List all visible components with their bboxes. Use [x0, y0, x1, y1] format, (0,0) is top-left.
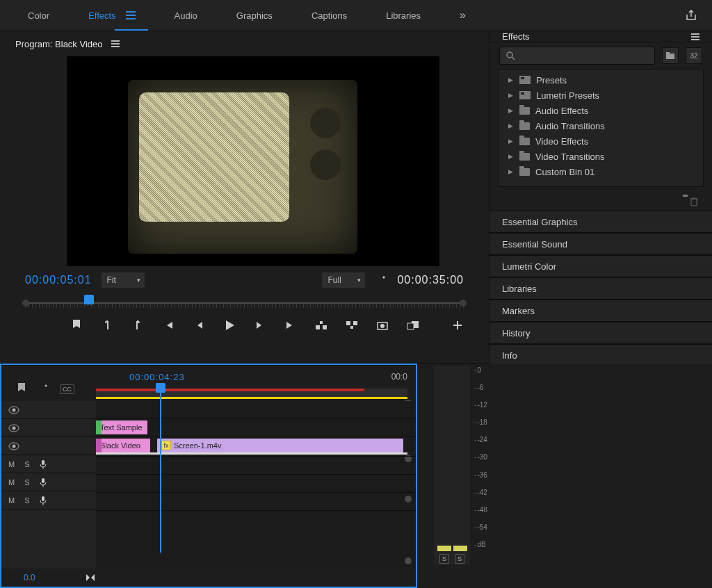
video-track-lane[interactable]: Black VideofxScreen-1.m4v — [96, 437, 416, 457]
timeline-ruler[interactable]: 00:00:04:23 00:0 — [96, 365, 416, 401]
video-track-header[interactable] — [1, 437, 96, 455]
clip[interactable]: Text Sample — [96, 420, 147, 434]
db-tick: -36 — [474, 471, 487, 479]
extract-icon[interactable] — [346, 319, 358, 332]
audio-track-header[interactable]: MS — [1, 473, 96, 491]
timeline-end-tc: 00:0 — [391, 372, 407, 382]
tab-graphics[interactable]: Graphics — [236, 10, 273, 21]
effects-category[interactable]: ▶ Audio Effects — [508, 103, 696, 118]
comparison-view-icon[interactable] — [407, 319, 419, 332]
audio-track-lane[interactable] — [96, 493, 416, 511]
clip-label: Text Sample — [100, 423, 143, 432]
export-icon[interactable] — [684, 8, 698, 22]
lift-icon[interactable] — [315, 319, 327, 332]
accordion-history[interactable]: History — [490, 322, 712, 344]
effects-category[interactable]: ▶ Audio Transitions — [508, 118, 696, 133]
effects-search-input[interactable] — [499, 47, 655, 65]
tab-effects-menu-icon[interactable] — [126, 11, 136, 19]
play-icon[interactable] — [223, 319, 236, 332]
zoom-level[interactable]: 0.0 — [8, 573, 35, 582]
mute-button[interactable]: M — [8, 478, 15, 487]
program-preview[interactable] — [67, 56, 439, 266]
new-bin-icon[interactable] — [662, 47, 679, 64]
add-marker-icon[interactable] — [70, 319, 83, 332]
folder-icon — [519, 168, 530, 176]
accordion-markers[interactable]: Markers — [490, 300, 712, 322]
mark-out-icon[interactable] — [131, 319, 144, 332]
tab-libraries[interactable]: Libraries — [386, 10, 421, 21]
tab-audio[interactable]: Audio — [175, 10, 197, 21]
wrench-tool-icon[interactable] — [38, 383, 49, 394]
mic-icon[interactable] — [40, 496, 47, 505]
effects-category[interactable]: ▶ Custom Bin 01 — [508, 164, 696, 179]
video-track-header[interactable] — [1, 419, 96, 437]
effects-category[interactable]: ▶ Video Transitions — [508, 149, 696, 164]
program-scrubber[interactable] — [25, 297, 464, 309]
accordion-essential-graphics[interactable]: Essential Graphics — [490, 211, 712, 233]
delete-icon[interactable] — [690, 197, 698, 206]
solo-l-button[interactable]: S — [439, 554, 449, 564]
audio-track-lane[interactable] — [96, 475, 416, 493]
solo-button[interactable]: S — [24, 478, 29, 487]
solo-button[interactable]: S — [24, 496, 29, 505]
in-handle[interactable] — [22, 300, 29, 307]
accordion-libraries[interactable]: Libraries — [490, 277, 712, 300]
tab-effects[interactable]: Effects — [88, 10, 116, 21]
button-editor-icon[interactable] — [451, 319, 464, 332]
link-toggle-icon[interactable] — [85, 573, 96, 582]
out-handle[interactable] — [460, 300, 467, 307]
video-track-lane[interactable]: Text Sample — [96, 419, 416, 437]
accordion-essential-sound[interactable]: Essential Sound — [490, 233, 712, 255]
video-track-lane[interactable] — [96, 401, 416, 419]
settings-icon[interactable] — [375, 274, 387, 286]
clip[interactable]: Black Video — [96, 439, 150, 452]
timeline-playhead[interactable] — [156, 383, 165, 393]
overflow-icon[interactable]: » — [460, 9, 466, 22]
chevron-right-icon: ▶ — [508, 122, 514, 129]
tab-captions[interactable]: Captions — [312, 10, 347, 21]
mute-button[interactable]: M — [8, 496, 15, 505]
solo-button[interactable]: S — [24, 460, 29, 468]
timeline-playhead-tc[interactable]: 00:00:04:23 — [129, 372, 185, 382]
captions-toggle-icon[interactable]: CC — [60, 384, 74, 394]
scroll-handle[interactable] — [405, 557, 412, 564]
resolution-dropdown[interactable]: Full▾ — [322, 272, 365, 288]
audio-track-header[interactable]: MS — [1, 491, 96, 509]
playhead-indicator[interactable] — [84, 295, 94, 304]
eye-icon[interactable] — [8, 406, 19, 414]
marker-tool-icon[interactable] — [17, 383, 26, 394]
mic-icon[interactable] — [40, 459, 47, 469]
svg-rect-4 — [353, 321, 357, 325]
eye-icon[interactable] — [8, 442, 19, 450]
chevron-right-icon: ▶ — [508, 92, 514, 99]
folder-icon — [519, 153, 530, 161]
video-track-header[interactable] — [1, 401, 96, 419]
accordion-lumetri-color[interactable]: Lumetri Color — [490, 255, 712, 277]
db-tick: -30 — [474, 453, 487, 461]
solo-r-button[interactable]: S — [455, 554, 464, 564]
go-to-in-icon[interactable] — [162, 319, 175, 332]
mark-in-icon[interactable] — [101, 319, 113, 332]
export-frame-icon[interactable] — [376, 319, 389, 332]
audio-track-lane[interactable] — [96, 457, 416, 475]
svg-rect-22 — [42, 496, 44, 501]
step-back-icon[interactable] — [193, 319, 205, 332]
current-timecode[interactable]: 00:00:05:01 — [25, 274, 92, 286]
mute-button[interactable]: M — [8, 460, 15, 468]
eye-icon[interactable] — [8, 424, 19, 432]
effects-category[interactable]: ▶ Video Effects — [508, 133, 696, 149]
effects-category[interactable]: ▶ Presets — [508, 72, 696, 88]
step-forward-icon[interactable] — [254, 319, 266, 332]
clip[interactable]: fxScreen-1.m4v — [157, 439, 403, 452]
svg-point-7 — [380, 324, 385, 328]
effects-panel-menu-icon[interactable] — [691, 33, 699, 40]
effects-category[interactable]: ▶ Lumetri Presets — [508, 88, 696, 103]
preset-icon — [519, 76, 531, 84]
zoom-dropdown[interactable]: Fit▾ — [102, 272, 145, 288]
mic-icon[interactable] — [40, 477, 47, 487]
fx-badge-icon[interactable]: 32 — [686, 47, 702, 64]
audio-track-header[interactable]: MS — [1, 455, 96, 473]
tab-color[interactable]: Color — [28, 10, 49, 21]
panel-menu-icon[interactable] — [111, 40, 120, 47]
go-to-out-icon[interactable] — [284, 319, 297, 332]
